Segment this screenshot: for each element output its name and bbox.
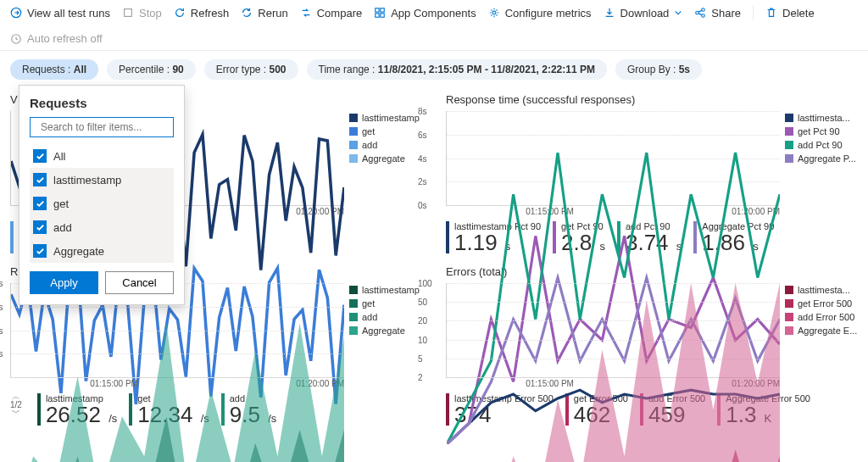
swatch-icon — [785, 286, 793, 294]
swatch-icon — [349, 154, 358, 163]
filter-time-range[interactable]: Time range : 11/8/2021, 2:15:05 PM - 11/… — [307, 59, 607, 80]
svg-rect-4 — [376, 14, 379, 17]
chart-plot[interactable]: 01:15:00 PM01:20:00 PM 10050201052 — [446, 283, 780, 378]
refresh-icon — [174, 7, 186, 19]
gear-icon — [488, 7, 500, 19]
legend-item[interactable]: add Pct 90 — [785, 140, 858, 150]
svg-point-9 — [702, 14, 705, 18]
apply-button[interactable]: Apply — [30, 271, 98, 294]
filter-option-lasttimestamp[interactable]: lasttimestamp — [30, 168, 174, 192]
swatch-icon — [349, 299, 358, 308]
stop-icon — [122, 7, 134, 19]
legend-item[interactable]: get Error 500 — [785, 298, 858, 309]
legend-item[interactable]: get Pct 90 — [785, 126, 858, 136]
view-all-label: View all test runs — [27, 7, 110, 19]
refresh-button[interactable]: Refresh — [174, 7, 230, 19]
components-button[interactable]: App Components — [374, 7, 476, 19]
filter-option-all[interactable]: All — [30, 144, 174, 168]
checkbox-checked-icon — [33, 173, 47, 186]
stop-button: Stop — [122, 7, 162, 19]
swatch-icon — [785, 326, 793, 335]
swatch-icon — [785, 114, 793, 122]
auto-refresh-toggle[interactable]: Auto refresh off — [10, 32, 103, 45]
svg-rect-3 — [381, 8, 384, 12]
download-icon — [604, 7, 615, 19]
swatch-icon — [349, 286, 358, 294]
filter-requests[interactable]: Requests : All — [10, 59, 98, 80]
swatch-icon — [349, 313, 358, 321]
filter-option-add[interactable]: add — [30, 215, 174, 239]
rerun-icon — [241, 7, 253, 19]
legend-item[interactable]: lasttimestamp — [349, 113, 422, 123]
swatch-icon — [349, 114, 358, 122]
share-button[interactable]: Share — [694, 7, 741, 19]
chart-legend: lasttimestampgetaddAggregate — [349, 111, 422, 206]
trash-icon — [765, 7, 777, 19]
view-all-runs-link[interactable]: View all test runs — [10, 7, 110, 19]
swatch-icon — [785, 299, 793, 308]
share-icon — [694, 7, 706, 19]
legend-item[interactable]: add — [349, 140, 422, 150]
filter-percentile[interactable]: Percentile : 90 — [107, 59, 196, 80]
legend-item[interactable]: get — [349, 126, 422, 136]
swatch-icon — [785, 127, 793, 136]
arrow-right-circle-icon — [10, 7, 22, 19]
svg-rect-2 — [376, 8, 379, 12]
swatch-icon — [349, 127, 358, 136]
legend-item[interactable]: Aggregate P... — [785, 153, 858, 164]
search-input[interactable] — [41, 121, 168, 133]
svg-rect-1 — [125, 9, 132, 17]
grid-icon — [374, 7, 386, 19]
popup-title: Requests — [30, 96, 174, 110]
swatch-icon — [349, 141, 358, 149]
compare-icon — [300, 7, 312, 19]
svg-point-8 — [702, 8, 705, 12]
filter-bar: Requests : All Percentile : 90 Error typ… — [0, 51, 868, 88]
swatch-icon — [785, 313, 793, 321]
download-button[interactable]: Download — [604, 7, 683, 19]
svg-point-6 — [492, 11, 496, 14]
filter-option-aggregate[interactable]: Aggregate — [30, 239, 174, 263]
filter-group-by[interactable]: Group By : 5s — [615, 59, 702, 80]
chart-plot[interactable]: 01:15:00 PM01:20:00 PM 8s6s4s2s0s — [446, 111, 780, 206]
chevron-down-icon — [674, 7, 682, 19]
svg-rect-5 — [381, 14, 384, 17]
delete-button[interactable]: Delete — [765, 7, 815, 19]
configure-button[interactable]: Configure metrics — [488, 7, 592, 19]
svg-point-7 — [696, 11, 699, 14]
chart-legend: lasttimestampgetaddAggregate — [349, 283, 422, 378]
swatch-icon — [785, 154, 793, 163]
checkbox-checked-icon — [33, 220, 47, 234]
legend-item[interactable]: Aggregate E... — [785, 326, 858, 336]
search-input-wrapper[interactable] — [30, 117, 174, 137]
legend-item[interactable]: lasttimesta... — [785, 285, 858, 295]
rerun-button[interactable]: Rerun — [241, 7, 287, 19]
filter-error-type[interactable]: Error type : 500 — [204, 59, 298, 80]
toolbar: View all test runs Stop Refresh Rerun Co… — [0, 0, 868, 51]
swatch-icon — [349, 326, 358, 335]
swatch-icon — [785, 141, 793, 149]
cancel-button[interactable]: Cancel — [105, 271, 174, 294]
checkbox-checked-icon — [33, 244, 47, 258]
filter-option-get[interactable]: get — [30, 192, 174, 215]
divider — [753, 5, 754, 20]
compare-button[interactable]: Compare — [300, 7, 362, 19]
requests-filter-popup: Requests AlllasttimestampgetaddAggregate… — [19, 85, 185, 305]
legend-item[interactable]: get — [349, 298, 422, 309]
clock-icon — [10, 33, 22, 45]
legend-item[interactable]: Aggregate — [349, 326, 422, 336]
legend-item[interactable]: Aggregate — [349, 153, 422, 164]
chart-legend: lasttimesta...get Pct 90add Pct 90Aggreg… — [785, 111, 858, 206]
chart-errors: Errors (total) 01:15:00 PM01:20:00 PM 10… — [446, 264, 858, 426]
legend-item[interactable]: lasttimesta... — [785, 113, 858, 123]
legend-item[interactable]: add — [349, 312, 422, 322]
legend-item[interactable]: add Error 500 — [785, 312, 858, 322]
checkbox-checked-icon — [33, 149, 47, 163]
legend-item[interactable]: lasttimestamp — [349, 285, 422, 295]
chart-response-time: Response time (successful responses) 01:… — [446, 92, 858, 253]
checkbox-checked-icon — [33, 197, 47, 210]
chart-legend: lasttimesta...get Error 500add Error 500… — [785, 283, 858, 378]
